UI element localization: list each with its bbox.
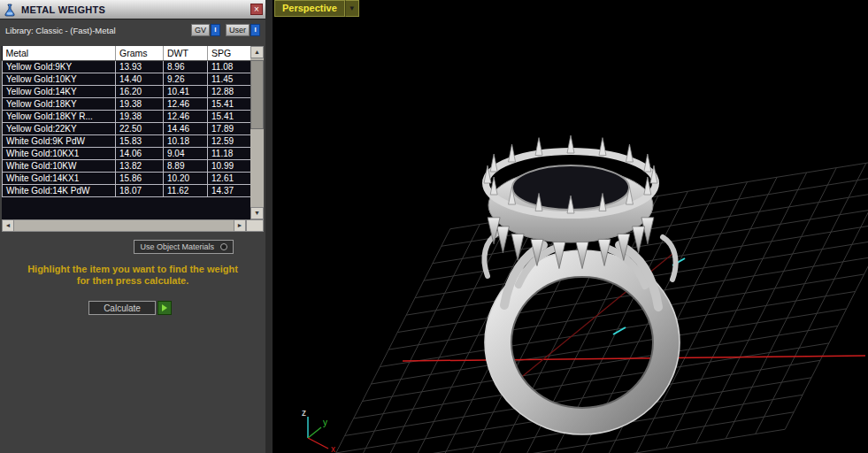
table-cell: 15.86: [116, 173, 164, 185]
y-axis-arrow: [308, 427, 321, 438]
table-row[interactable]: Yellow Gold:9KY13.938.9611.08: [3, 61, 251, 73]
table-row[interactable]: White Gold:10KX114.069.0411.18: [3, 148, 251, 160]
x-axis-arrow: [308, 438, 328, 449]
table-cell: 13.82: [116, 160, 164, 173]
view-label[interactable]: Perspective: [274, 0, 345, 17]
table-cell: White Gold:14K PdW: [3, 185, 116, 197]
instruction-line-2: for then press calculate.: [0, 275, 265, 287]
library-label: Library: Classic - (Fast)-Metal: [5, 26, 186, 35]
radio-icon: [220, 243, 227, 250]
column-header[interactable]: DWT: [164, 46, 208, 61]
table-cell: 12.61: [208, 173, 251, 185]
table-row[interactable]: White Gold:14KX115.8610.2012.61: [3, 173, 251, 185]
gv-toggle[interactable]: GV l: [191, 24, 220, 36]
user-toggle[interactable]: User l: [226, 24, 260, 36]
user-toggle-indicator: l: [250, 24, 260, 36]
play-icon: [162, 304, 167, 311]
calculate-go-button[interactable]: [157, 301, 172, 315]
table-row[interactable]: White Gold:14K PdW18.0711.6214.37: [3, 185, 251, 197]
horizontal-scrollbar[interactable]: ◄ ►: [2, 219, 264, 232]
vertical-scrollbar[interactable]: ▲ ▼: [250, 46, 264, 219]
ring-model[interactable]: [484, 135, 680, 434]
scroll-right-button[interactable]: ►: [234, 219, 246, 232]
table-cell: 10.20: [164, 173, 208, 185]
table-cell: White Gold:10KW: [3, 160, 116, 173]
close-button[interactable]: ×: [250, 4, 263, 15]
arrow-down-icon: ▼: [254, 210, 260, 216]
panel-titlebar[interactable]: METAL WEIGHTS ×: [0, 0, 265, 19]
table-cell: 12.46: [164, 111, 208, 123]
table-row[interactable]: Yellow Gold:18KY R...19.3812.4615.41: [3, 111, 251, 123]
table-row[interactable]: Yellow Gold:10KY14.409.2611.45: [3, 73, 251, 86]
table-row[interactable]: Yellow Gold:22KY22.5014.4617.89: [3, 123, 251, 135]
use-object-materials-button[interactable]: Use Object Materials: [134, 240, 234, 254]
horizontal-scroll-track[interactable]: [14, 219, 234, 232]
chevron-down-icon: ▼: [349, 4, 356, 12]
table-cell: 15.41: [208, 111, 251, 123]
column-header[interactable]: Metal: [3, 46, 116, 61]
table-cell: 9.04: [164, 148, 208, 160]
app-window: METAL WEIGHTS × Library: Classic - (Fast…: [0, 0, 868, 453]
view-dropdown-button[interactable]: ▼: [345, 0, 359, 17]
y-axis-label: y: [323, 418, 327, 427]
table-cell: 14.46: [164, 123, 208, 135]
table-cell: 11.62: [164, 185, 208, 197]
table-cell: 8.96: [164, 61, 208, 73]
arrow-left-icon: ◄: [5, 222, 12, 228]
viewport-title-tab: Perspective ▼: [274, 0, 359, 17]
arrow-right-icon: ►: [237, 222, 243, 228]
table-cell: Yellow Gold:14KY: [3, 86, 116, 98]
viewport-3d[interactable]: Perspective ▼: [273, 0, 868, 453]
panel-title: METAL WEIGHTS: [21, 4, 250, 15]
axis-gizmo: z y x: [302, 408, 335, 453]
calculate-button[interactable]: Calculate: [88, 301, 156, 315]
table-cell: 8.89: [164, 160, 208, 173]
table-cell: 14.06: [116, 148, 164, 160]
table-cell: 11.18: [208, 148, 251, 160]
scrollbar-corner: [246, 219, 264, 232]
table-cell: 19.38: [116, 111, 164, 123]
table-row[interactable]: White Gold:10KW13.828.8910.99: [3, 160, 251, 173]
table-cell: 9.26: [164, 73, 208, 86]
gv-toggle-indicator: l: [211, 24, 220, 36]
vertical-scroll-thumb[interactable]: [250, 60, 264, 129]
instruction-text: Highlight the item you want to find the …: [0, 264, 265, 287]
table-cell: 18.07: [116, 185, 164, 197]
column-header[interactable]: Grams: [116, 46, 164, 61]
table-row[interactable]: Yellow Gold:14KY16.2010.4112.88: [3, 86, 251, 98]
table-cell: 14.37: [208, 185, 251, 197]
panel-subheader: Library: Classic - (Fast)-Metal GV l Use…: [0, 19, 265, 41]
arrow-up-icon: ▲: [254, 49, 260, 55]
table-cell: 12.59: [208, 135, 251, 148]
table-cell: Yellow Gold:9KY: [3, 61, 116, 73]
scene-canvas[interactable]: z y x: [273, 0, 868, 453]
x-axis-label: x: [331, 444, 335, 453]
scroll-up-button[interactable]: ▲: [250, 46, 264, 58]
scroll-left-button[interactable]: ◄: [2, 219, 14, 232]
gv-toggle-label: GV: [191, 24, 210, 36]
z-axis-label: z: [302, 408, 306, 418]
table-cell: Yellow Gold:18KY: [3, 98, 116, 111]
table-cell: 10.41: [164, 86, 208, 98]
table-row[interactable]: White Gold:9K PdW15.8310.1812.59: [3, 135, 251, 148]
materials-row: Use Object Materials: [0, 232, 265, 254]
table-cell: 17.89: [208, 123, 251, 135]
panel-divider[interactable]: [265, 0, 273, 453]
table-row[interactable]: Yellow Gold:18KY19.3812.4615.41: [3, 98, 251, 111]
table-cell: White Gold:9K PdW: [3, 135, 116, 148]
metal-table: MetalGramsDWTSPG Yellow Gold:9KY13.938.9…: [2, 46, 264, 219]
table-cell: 13.93: [116, 61, 164, 73]
table-cell: 22.50: [116, 123, 164, 135]
cplane-x-axis: [403, 356, 865, 361]
vertical-scroll-track[interactable]: [250, 58, 264, 207]
column-header[interactable]: SPG: [208, 46, 251, 61]
table-cell: Yellow Gold:10KY: [3, 73, 116, 86]
table-cell: 15.83: [116, 135, 164, 148]
table-cell: 12.88: [208, 86, 251, 98]
table-cell: 11.08: [208, 61, 251, 73]
scroll-down-button[interactable]: ▼: [250, 207, 264, 219]
table-cell: Yellow Gold:22KY: [3, 123, 116, 135]
instruction-line-1: Highlight the item you want to find the …: [0, 264, 265, 275]
close-icon: ×: [254, 4, 259, 14]
table-cell: 15.41: [208, 98, 251, 111]
